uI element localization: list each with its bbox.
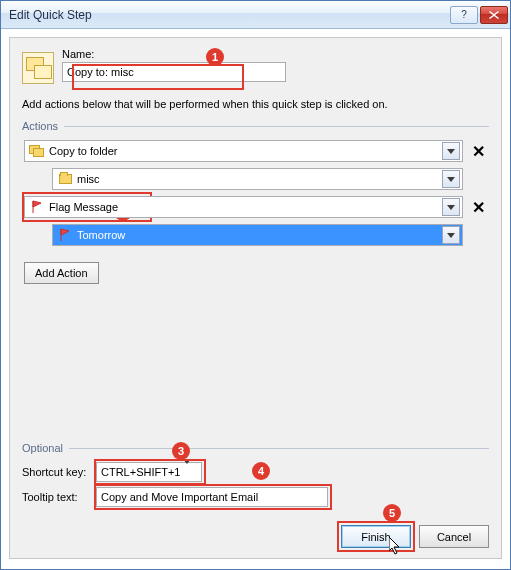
dialog-window: Edit Quick Step ? Name: 1 A	[0, 0, 511, 570]
tooltip-input[interactable]	[96, 487, 328, 507]
action-row-misc: misc	[24, 168, 487, 190]
footer-buttons: Finish Cancel	[341, 525, 489, 548]
divider	[64, 126, 489, 127]
actions-header: Actions	[22, 120, 489, 132]
optional-header: Optional	[22, 442, 489, 454]
quickstep-icon[interactable]	[22, 52, 54, 84]
action-select-copy-text: Copy to folder	[49, 145, 442, 157]
chevron-down-icon[interactable]	[442, 198, 460, 216]
name-row: Name:	[22, 48, 489, 84]
name-fields: Name:	[62, 48, 489, 82]
name-input[interactable]	[62, 62, 286, 82]
folder-select-misc-text: misc	[77, 173, 442, 185]
shortcut-select[interactable]: CTRL+SHIFT+1	[96, 462, 202, 482]
flag-when-select[interactable]: Tomorrow	[52, 224, 463, 246]
shortcut-value: CTRL+SHIFT+1	[101, 466, 183, 478]
content-panel: Name: 1 Add actions below that will be p…	[9, 37, 502, 559]
close-icon	[489, 11, 499, 19]
finish-button[interactable]: Finish	[341, 525, 411, 548]
window-title: Edit Quick Step	[9, 8, 448, 22]
divider	[69, 448, 489, 449]
copy-to-folder-icon	[29, 143, 45, 159]
shortcut-row: Shortcut key: CTRL+SHIFT+1 3 4	[22, 462, 489, 482]
optional-block: Optional Shortcut key: CTRL+SHIFT+1 3 4 …	[22, 442, 489, 512]
delete-action-copy[interactable]: ✕	[469, 142, 487, 160]
cancel-button[interactable]: Cancel	[419, 525, 489, 548]
chevron-down-icon[interactable]	[442, 142, 460, 160]
action-row-tomorrow: Tomorrow	[24, 224, 487, 246]
chevron-down-icon[interactable]	[183, 464, 199, 480]
close-button[interactable]	[480, 6, 508, 24]
titlebar[interactable]: Edit Quick Step ?	[1, 1, 510, 29]
action-select-flag[interactable]: Flag Message	[24, 196, 463, 218]
help-button[interactable]: ?	[450, 6, 478, 24]
name-label: Name:	[62, 48, 489, 60]
flag-when-text: Tomorrow	[77, 229, 442, 241]
action-select-copy[interactable]: Copy to folder	[24, 140, 463, 162]
actions-header-label: Actions	[22, 120, 58, 132]
actions-area: Copy to folder ✕ misc 2	[22, 140, 489, 284]
instructions-text: Add actions below that will be performed…	[22, 98, 489, 110]
action-row-flag: Flag Message ✕	[24, 196, 487, 218]
tooltip-row: Tooltip text:	[22, 487, 489, 507]
dialog-body: Name: 1 Add actions below that will be p…	[1, 29, 510, 569]
shortcut-label: Shortcut key:	[22, 466, 90, 478]
titlebar-buttons: ?	[448, 6, 508, 24]
flag-icon	[29, 199, 45, 215]
chevron-down-icon[interactable]	[442, 170, 460, 188]
callout-4-badge: 4	[252, 462, 270, 480]
folder-icon	[57, 171, 73, 187]
add-action-button[interactable]: Add Action	[24, 262, 99, 284]
folder-select-misc[interactable]: misc	[52, 168, 463, 190]
action-select-flag-text: Flag Message	[49, 201, 442, 213]
flag-icon	[57, 227, 73, 243]
action-row-copy: Copy to folder ✕	[24, 140, 487, 162]
optional-header-label: Optional	[22, 442, 63, 454]
tooltip-label: Tooltip text:	[22, 491, 90, 503]
delete-action-flag[interactable]: ✕	[469, 198, 487, 216]
chevron-down-icon[interactable]	[442, 226, 460, 244]
